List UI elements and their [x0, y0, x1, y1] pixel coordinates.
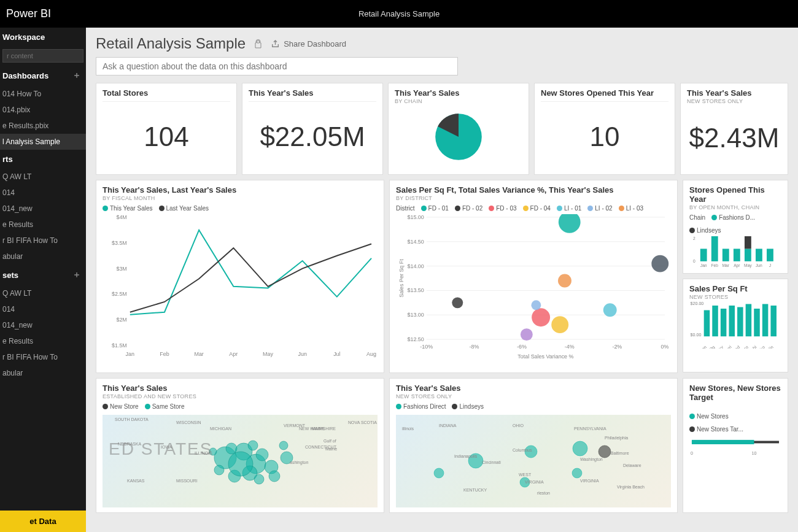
legend-dot-icon	[396, 404, 401, 409]
legend-dot-icon	[103, 404, 108, 409]
sidebar-item[interactable]: 014 How To	[0, 86, 86, 102]
legend-item: FD - 03	[496, 205, 516, 212]
svg-text:$13.50: $13.50	[407, 287, 424, 293]
tile-title: This Year's Sales	[103, 384, 378, 393]
tile-value: $2.43M	[687, 107, 781, 169]
svg-rect-57	[756, 249, 762, 261]
legend-item: FD - 01	[428, 205, 449, 212]
sidebar-item[interactable]: r BI FIFA How To	[0, 233, 86, 249]
tile-title: This Year's Sales	[687, 88, 781, 98]
legend-item: Last Year Sales	[166, 205, 209, 212]
svg-point-92	[248, 441, 258, 450]
legend-dot-icon	[452, 404, 457, 409]
svg-point-93	[228, 452, 253, 476]
svg-point-40	[531, 300, 541, 310]
tile-this-year-sales[interactable]: This Year's Sales $22.05M	[242, 83, 383, 175]
chart-legend: Chain Fashions D... Lindseys	[689, 214, 781, 234]
svg-text:$2.5M: $2.5M	[112, 291, 127, 297]
svg-rect-67	[721, 309, 727, 336]
sidebar-reports-header[interactable]: rts	[0, 150, 86, 169]
svg-point-119	[434, 468, 444, 478]
svg-text:-2%: -2%	[612, 344, 622, 350]
sidebar-item[interactable]: abular	[0, 365, 86, 381]
tile-subtitle: NEW STORES	[689, 294, 781, 300]
tile-map-new[interactable]: This Year's Sales NEW STORES ONLY Fashio…	[389, 378, 678, 513]
svg-rect-63	[704, 310, 710, 337]
legend-dot-icon	[159, 206, 165, 211]
tile-line-chart[interactable]: This Year's Sales, Last Year's Sales BY …	[96, 180, 384, 373]
sidebar-datasets-header[interactable]: sets ＋	[0, 264, 86, 285]
tile-total-stores[interactable]: Total Stores 104	[96, 83, 237, 175]
sidebar-item[interactable]: 014.pbix	[0, 102, 86, 118]
sidebar-item[interactable]: Q AW LT	[0, 285, 86, 301]
tile-map-established[interactable]: This Year's Sales ESTABLISHED AND NEW ST…	[96, 378, 384, 513]
svg-point-39	[603, 303, 617, 317]
qna-input[interactable]	[96, 57, 458, 75]
tile-bubble-chart[interactable]: Sales Per Sq Ft, Total Sales Variance %,…	[389, 180, 678, 373]
sidebar-search-input[interactable]	[2, 49, 83, 63]
svg-text:-6%: -6%	[517, 344, 527, 350]
svg-text:MICHIGAN: MICHIGAN	[210, 426, 231, 431]
dashboards-label: Dashboards	[2, 71, 48, 80]
share-icon[interactable]	[271, 39, 280, 48]
svg-text:-10%: -10%	[420, 344, 433, 350]
tile-stores-opened-bar[interactable]: Stores Opened This Year BY OPEN MONTH, C…	[683, 180, 788, 274]
svg-text:Total Sales Variance %: Total Sales Variance %	[517, 353, 573, 360]
svg-text:Jun: Jun	[756, 263, 762, 268]
add-dashboard-icon[interactable]: ＋	[72, 70, 81, 81]
sidebar-item[interactable]: 014	[0, 301, 86, 317]
sidebar-item[interactable]: l Analysis Sample	[0, 134, 86, 150]
get-data-button[interactable]: et Data	[0, 511, 86, 532]
chart-legend: New Stores New Stores Tar...	[689, 413, 781, 433]
svg-text:illinois: illinois	[402, 426, 414, 431]
svg-rect-75	[754, 309, 760, 336]
legend-dot-icon	[557, 206, 562, 211]
sidebar-item[interactable]: 014_new	[0, 201, 86, 217]
tile-new-stores-sales[interactable]: This Year's Sales NEW STORES ONLY $2.43M	[680, 83, 788, 175]
tile-subtitle: BY FISCAL MONTH	[103, 195, 378, 201]
svg-text:Gulf of: Gulf of	[323, 439, 336, 443]
svg-point-43	[651, 255, 668, 272]
tile-title: This Year's Sales	[249, 88, 376, 98]
tile-sales-by-chain[interactable]: This Year's Sales BY CHAIN	[388, 83, 529, 175]
tile-sales-sqft-bar[interactable]: Sales Per Sq Ft NEW STORES $20.00$0.00Ci…	[683, 279, 788, 372]
svg-point-89	[214, 465, 224, 475]
svg-text:Columbus: Columbus	[513, 448, 532, 452]
svg-point-90	[269, 471, 280, 482]
line-chart: $1.5M$2M$2.5M$3M$3.5M$4MJanFebMarAprMayJ…	[103, 214, 378, 361]
sidebar-item[interactable]: r BI FIFA How To	[0, 349, 86, 365]
sidebar-item[interactable]: e Results.pbix	[0, 118, 86, 134]
sidebar-item[interactable]: abular	[0, 249, 86, 264]
sidebar-dashboards-header[interactable]: Dashboards ＋	[0, 65, 86, 86]
legend-item: Same Store	[152, 403, 185, 410]
main: Retail Analysis Sample Share Dashboard T…	[86, 28, 798, 532]
share-button-label[interactable]: Share Dashboard	[284, 39, 346, 48]
map-visual[interactable]: ED STATES SOUTH DAKOTAWISCONSINMICHIGANN…	[103, 415, 378, 507]
svg-rect-54	[745, 249, 751, 261]
add-dataset-icon[interactable]: ＋	[72, 269, 81, 280]
sidebar-item[interactable]: e Results	[0, 333, 86, 349]
tile-new-stores-count[interactable]: New Stores Opened This Year 10	[534, 83, 675, 175]
svg-text:$15.00: $15.00	[407, 214, 424, 220]
svg-text:$0.00: $0.00	[691, 333, 702, 337]
sidebar-item[interactable]: e Results	[0, 217, 86, 233]
svg-point-38	[551, 316, 568, 333]
svg-point-37	[532, 308, 550, 326]
svg-text:Indianapolis: Indianapolis	[454, 454, 478, 459]
sidebar-workspace-header[interactable]: Workspace	[0, 28, 86, 47]
reports-label: rts	[2, 155, 13, 164]
sidebar-item[interactable]: 014_new	[0, 317, 86, 333]
sidebar-item[interactable]: Q AW LT	[0, 169, 86, 185]
map-visual[interactable]: INDIANAOHIOPENNSYLVANIAColumbusIndianapo…	[396, 415, 671, 507]
tile-value: $22.05M	[249, 104, 376, 169]
legend-item: New Store	[110, 403, 139, 410]
svg-text:Mar: Mar	[194, 351, 203, 357]
svg-point-41	[558, 274, 571, 288]
svg-text:MISSOURI: MISSOURI	[176, 479, 198, 483]
svg-rect-55	[745, 236, 751, 249]
svg-text:rleston: rleston	[537, 491, 550, 495]
sidebar-item[interactable]: 014	[0, 185, 86, 201]
svg-text:Cinon: Cinon	[695, 345, 707, 349]
svg-text:WEST: WEST	[519, 472, 532, 477]
tile-target-bar[interactable]: New Stores, New Stores Target New Stores…	[683, 378, 788, 513]
